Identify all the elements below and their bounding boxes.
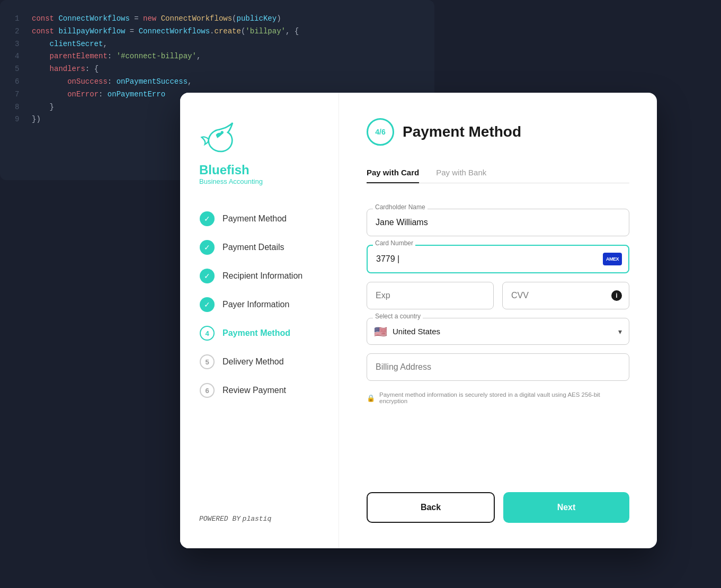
cvv-info-icon[interactable]: i bbox=[611, 290, 622, 301]
step-4-icon: ✓ bbox=[199, 297, 215, 313]
cardholder-name-group: Cardholder Name bbox=[367, 209, 629, 236]
logo-subtitle: Business Accounting bbox=[199, 177, 319, 185]
country-label: Select a country bbox=[373, 313, 423, 320]
next-button[interactable]: Next bbox=[503, 492, 629, 523]
tab-pay-with-bank[interactable]: Pay with Bank bbox=[436, 163, 486, 183]
step-6-icon: 5 bbox=[199, 354, 215, 370]
exp-input[interactable] bbox=[367, 282, 494, 309]
cvv-input[interactable] bbox=[502, 282, 629, 309]
cvv-group: i bbox=[502, 282, 629, 309]
sidebar-item-delivery[interactable]: 5 Delivery Method bbox=[199, 354, 319, 370]
step-1-icon: ✓ bbox=[199, 211, 215, 227]
cardholder-name-label: Cardholder Name bbox=[373, 203, 428, 211]
payment-modal: Bluefish Business Accounting ✓ Payment M… bbox=[180, 93, 657, 548]
sidebar-item-recipient[interactable]: ✓ Recipient Information bbox=[199, 268, 319, 284]
bluefish-logo-icon bbox=[199, 118, 237, 156]
back-button[interactable]: Back bbox=[367, 492, 495, 523]
card-number-input[interactable] bbox=[367, 245, 629, 273]
step-5-icon: 4 bbox=[199, 325, 215, 341]
step-3-label: Recipient Information bbox=[222, 271, 302, 281]
card-number-group: Card Number AMEX bbox=[367, 245, 629, 273]
step-4-label: Payer Information bbox=[222, 300, 289, 309]
sidebar-item-payer[interactable]: ✓ Payer Information bbox=[199, 297, 319, 313]
svg-point-0 bbox=[221, 131, 224, 133]
payment-tabs: Pay with Card Pay with Bank bbox=[367, 163, 629, 183]
security-notice: 🔒 Payment method information is securely… bbox=[367, 391, 629, 404]
exp-cvv-row: i bbox=[367, 282, 629, 309]
sidebar-item-payment-details[interactable]: ✓ Payment Details bbox=[199, 239, 319, 255]
step-5-label: Payment Method bbox=[222, 328, 290, 338]
billing-address-input[interactable] bbox=[367, 353, 629, 381]
lock-icon: 🔒 bbox=[367, 394, 375, 402]
step-counter: 4/6 bbox=[367, 118, 394, 146]
page-header: 4/6 Payment Method bbox=[367, 118, 629, 146]
cardholder-name-input[interactable] bbox=[367, 209, 629, 236]
card-number-label: Card Number bbox=[373, 239, 415, 247]
step-2-label: Payment Details bbox=[222, 243, 284, 252]
logo-area: Bluefish Business Accounting bbox=[199, 118, 319, 185]
step-3-icon: ✓ bbox=[199, 268, 215, 284]
steps-list: ✓ Payment Method ✓ Payment Details ✓ Rec… bbox=[199, 211, 319, 498]
country-select[interactable]: United States Canada United Kingdom Aust… bbox=[367, 318, 629, 345]
sidebar-item-payment-method-active[interactable]: 4 Payment Method bbox=[199, 325, 319, 341]
step-6-label: Delivery Method bbox=[222, 357, 284, 367]
page-title: Payment Method bbox=[403, 123, 521, 140]
sidebar-item-payment-method[interactable]: ✓ Payment Method bbox=[199, 211, 319, 227]
powered-by: POWERED BY plastiq bbox=[199, 498, 319, 523]
step-2-icon: ✓ bbox=[199, 239, 215, 255]
amex-card-icon: AMEX bbox=[603, 253, 622, 265]
button-row: Back Next bbox=[367, 492, 629, 523]
security-text: Payment method information is securely s… bbox=[379, 391, 629, 404]
country-group: Select a country 🇺🇸 United States Canada… bbox=[367, 318, 629, 345]
main-content: 4/6 Payment Method Pay with Card Pay wit… bbox=[339, 93, 657, 548]
step-7-label: Review Payment bbox=[222, 386, 286, 395]
tab-pay-with-card[interactable]: Pay with Card bbox=[367, 163, 419, 183]
logo-name: Bluefish bbox=[199, 163, 319, 177]
exp-group bbox=[367, 282, 494, 309]
billing-address-group bbox=[367, 353, 629, 381]
sidebar: Bluefish Business Accounting ✓ Payment M… bbox=[180, 93, 339, 548]
step-7-icon: 6 bbox=[199, 382, 215, 398]
sidebar-item-review[interactable]: 6 Review Payment bbox=[199, 382, 319, 398]
step-1-label: Payment Method bbox=[222, 214, 287, 224]
